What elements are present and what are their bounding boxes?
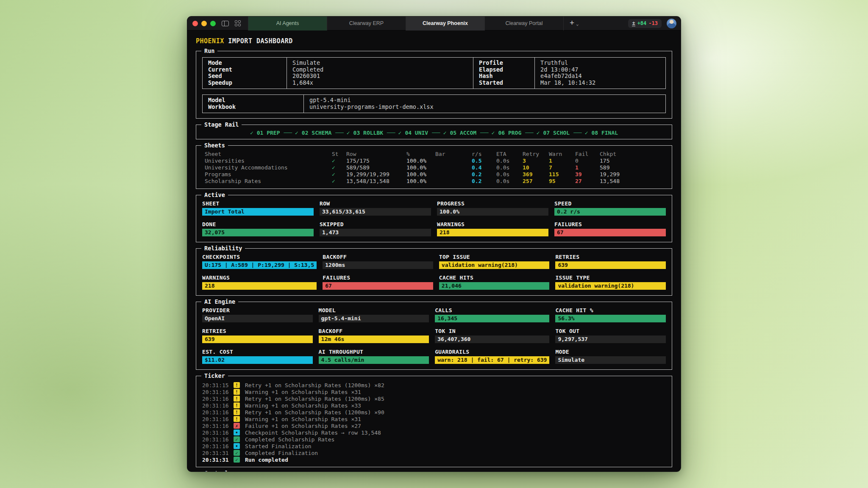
run-section-label: Run — [201, 47, 217, 54]
warning-badge-icon: ! — [234, 382, 240, 388]
run-value: 20260301 — [292, 73, 467, 80]
run-value: 2d 13:00:47 — [540, 67, 660, 73]
success-badge-icon: ✓ — [234, 457, 240, 463]
run-value: Mar 18, 10:14:32 — [540, 80, 660, 86]
stat-field-cache-hit-pct: CACHE HIT %56.3% — [555, 307, 666, 322]
stat-value: 67 — [323, 282, 433, 290]
stat-value: 4.5 calls/min — [319, 356, 429, 364]
warning-badge-icon: ! — [234, 416, 240, 422]
close-button[interactable] — [192, 21, 198, 26]
stat-field-warnings: WARNINGS218 — [202, 274, 317, 290]
stage-item: ✓02 SCHEMA — [295, 130, 331, 136]
sheets-header-row: Sheet St Row % Bar r/s ETA Retry Warn Fa… — [205, 151, 669, 158]
tab-menu-chevron-icon[interactable]: ⌄ — [576, 21, 579, 27]
stat-value: 639 — [555, 261, 666, 269]
stat-field-issue-type: ISSUE TYPEvalidation warning(218) — [555, 274, 666, 290]
active-section: Active SHEETImport Total ROW33,615/33,61… — [196, 195, 672, 242]
run-value: university-programs-import-demo.xlsx — [309, 104, 660, 111]
controls-section-label: Controls — [201, 470, 235, 472]
stage-item: ✓05 ACCOM — [443, 130, 476, 136]
run-value: Completed — [292, 67, 467, 73]
sheet-row: Universities ✓ 175/175 100.0% 0.5 0.0s 3… — [205, 158, 669, 164]
stat-value: validation warning(218) — [555, 282, 666, 290]
warning-badge-icon: ! — [234, 409, 240, 415]
stat-value: 1,473 — [320, 229, 431, 236]
stat-field-mode: MODESimulate — [555, 349, 666, 364]
tab-ai-agents[interactable]: AI Agents — [248, 17, 327, 30]
stat-value: Import Total — [202, 208, 314, 216]
sheet-status-check-icon: ✓ — [332, 158, 346, 164]
stat-value: OpenAI — [202, 315, 313, 322]
ticker-event: 20:31:16!Warning +1 on Scholarship Rates… — [202, 388, 666, 395]
warning-badge-icon: ! — [234, 389, 240, 395]
stage-connector: ─── — [432, 130, 439, 136]
stat-field-retries: RETRIES639 — [202, 328, 313, 343]
stage-check-icon: ✓ — [250, 130, 253, 136]
stat-value: Simulate — [555, 356, 666, 364]
tab-clearway-portal[interactable]: Clearway Portal — [484, 17, 564, 30]
page-title: PHOENIX IMPORT DASHBOARD — [196, 37, 672, 45]
run-key: Model — [208, 97, 298, 104]
stat-value: 16,345 — [435, 315, 549, 322]
stat-field-row: ROW33,615/33,615 — [320, 200, 431, 216]
stage-check-icon: ✓ — [295, 130, 298, 136]
new-tab-button[interactable]: + — [570, 18, 574, 28]
stage-check-icon: ✓ — [492, 130, 495, 136]
stat-value: 56.3% — [555, 315, 666, 322]
ticker-event: 20:31:16✓Completed Scholarship Rates — [202, 436, 666, 443]
terminal-dashboard: PHOENIX IMPORT DASHBOARD Run Mode Curren… — [187, 30, 681, 472]
stage-connector: ─── — [284, 130, 291, 136]
tab-clearway-erp[interactable]: Clearway ERP — [327, 17, 406, 30]
run-value: Truthful — [540, 60, 660, 67]
stat-field-ai-throughput: AI THROUGHPUT4.5 calls/min — [319, 349, 429, 364]
minimize-button[interactable] — [201, 21, 207, 26]
stage-connector: ─── — [335, 130, 342, 136]
stat-field-warnings: WARNINGS218 — [437, 221, 548, 236]
stage-item: ✓04 UNIV — [398, 130, 428, 136]
diff-stats-badge[interactable]: ± +84 -13 — [628, 19, 662, 28]
window-titlebar: AI Agents Clearway ERP Clearway Phoenix … — [187, 17, 681, 30]
sheets-section: Sheets Sheet St Row % Bar r/s ETA Retry … — [196, 145, 672, 189]
stage-rail-section: Stage Rail ✓01 PREP ─── ✓02 SCHEMA ─── ✓… — [196, 125, 672, 139]
stage-check-icon: ✓ — [398, 130, 402, 136]
run-key: Profile — [479, 60, 529, 67]
stage-item: ✓06 PROG — [492, 130, 522, 136]
stat-value: validation warning(218) — [439, 261, 550, 269]
sheet-row: University Accommodations ✓ 589/589 100.… — [205, 164, 669, 171]
info-badge-icon: • — [234, 443, 240, 449]
stat-field-tok-out: TOK OUT9,297,537 — [555, 328, 666, 343]
ticker-event: 20:31:16•Checkpoint Scholarship Rates → … — [202, 429, 666, 436]
sheet-status-check-icon: ✓ — [332, 178, 346, 185]
fullscreen-button[interactable] — [210, 21, 216, 26]
stat-value: 639 — [202, 336, 313, 343]
checkpoint-badge-icon: • — [234, 430, 240, 435]
stat-field-backoff: BACKOFF1200ms — [323, 254, 433, 269]
ticker-event: 20:31:15!Retry +1 on Scholarship Rates (… — [202, 382, 666, 388]
sidebar-toggle-icon[interactable] — [222, 21, 229, 26]
app-window: AI Agents Clearway ERP Clearway Phoenix … — [187, 16, 681, 472]
reliability-section: Reliability CHECKPOINTSU:175 | A:589 | P… — [196, 248, 672, 296]
stat-value: 67 — [554, 229, 666, 236]
stat-field-checkpoints: CHECKPOINTSU:175 | A:589 | P:19,299 | S:… — [202, 254, 317, 269]
stage-item: ✓03 ROLLBK — [347, 130, 383, 136]
ticker-event: 20:31:16!Warning +1 on Scholarship Rates… — [202, 402, 666, 409]
tab-clearway-phoenix[interactable]: Clearway Phoenix — [406, 17, 485, 30]
user-avatar[interactable] — [667, 19, 676, 28]
ticker-event: 20:31:16!Warning +1 on Scholarship Rates… — [202, 416, 666, 422]
traffic-lights — [192, 21, 216, 26]
stat-field-backoff: BACKOFF12m 46s — [319, 328, 429, 343]
tab-overview-icon[interactable] — [235, 20, 241, 26]
stat-value: gpt-5.4-mini — [319, 315, 429, 322]
stat-field-est-cost: EST. COST$11.02 — [202, 349, 313, 364]
stat-field-speed: SPEED0.2 r/s — [554, 200, 666, 216]
stat-value: 218 — [202, 282, 317, 290]
stat-field-failures: FAILURES67 — [554, 221, 666, 236]
run-value: gpt-5.4-mini — [309, 97, 660, 104]
success-badge-icon: ✓ — [234, 436, 240, 442]
stage-check-icon: ✓ — [585, 130, 588, 136]
stat-field-model: MODELgpt-5.4-mini — [319, 307, 429, 322]
stat-field-sheet: SHEETImport Total — [202, 200, 314, 216]
stage-connector: ─── — [573, 130, 581, 136]
stat-value: 1200ms — [323, 261, 433, 269]
stat-value: 33,615/33,615 — [320, 208, 431, 216]
